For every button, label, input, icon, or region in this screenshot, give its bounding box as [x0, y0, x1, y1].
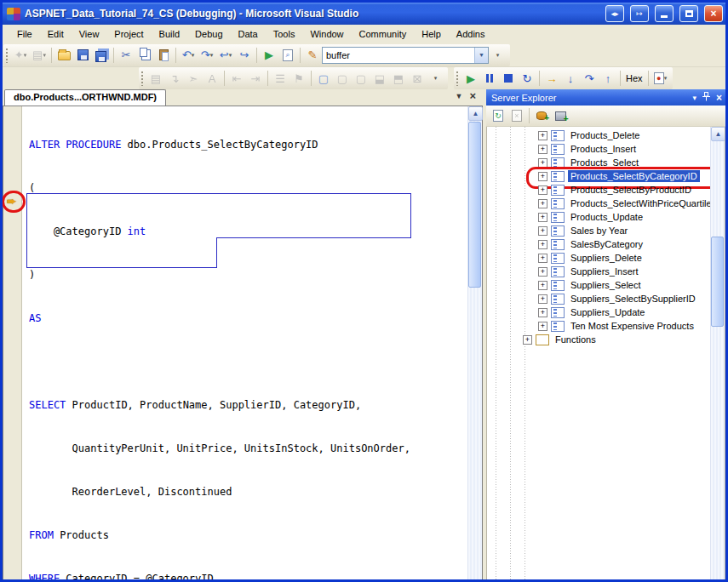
title-bar[interactable]: ASPNET_Data_Tutorial_74_CS (Debugging) -…	[3, 3, 725, 25]
next-bookmark-button[interactable]: ▢	[352, 69, 370, 88]
close-button[interactable]: ×	[704, 5, 723, 22]
scrollbar-track[interactable]	[468, 121, 482, 582]
server-explorer-tree[interactable]: + Products_Delete + Products_Insert + Pr…	[487, 127, 710, 582]
expand-plus-icon[interactable]: +	[538, 158, 547, 168]
break-all-button[interactable]	[480, 69, 499, 88]
menu-item[interactable]: File	[9, 27, 40, 41]
expand-plus-icon[interactable]: +	[538, 199, 547, 208]
menu-item[interactable]: Community	[352, 27, 415, 41]
tree-item[interactable]: + Suppliers_Update	[487, 305, 710, 319]
expand-plus-icon[interactable]: +	[538, 240, 547, 249]
tree-item[interactable]: + Products_Delete	[487, 128, 710, 142]
paste-button[interactable]	[154, 46, 173, 65]
tree-item[interactable]: + Ten Most Expensive Products	[487, 319, 710, 333]
tree-item[interactable]: + SalesByCategory	[487, 237, 710, 251]
toolbar-options-button[interactable]: ▾	[489, 46, 507, 65]
redo-button[interactable]: ↷▾	[198, 46, 216, 65]
continue-button[interactable]: ▶	[461, 69, 480, 88]
step-over-button[interactable]: ↷	[580, 69, 599, 88]
connect-to-database-button[interactable]: +	[532, 106, 551, 125]
save-all-button[interactable]	[92, 46, 111, 65]
cut-button[interactable]: ✂	[117, 46, 135, 65]
open-file-button[interactable]	[54, 46, 73, 65]
tree-vertical-scrollbar[interactable]: ▲ ▼	[710, 127, 725, 582]
menu-item[interactable]: Window	[302, 27, 351, 41]
editor-indicator-margin[interactable]	[3, 106, 22, 582]
tree-item[interactable]: + Suppliers_Select	[487, 278, 710, 292]
expand-plus-icon[interactable]: +	[538, 254, 547, 263]
tree-item[interactable]: + Products_Update	[487, 210, 710, 224]
scrollbar-track[interactable]	[711, 141, 725, 582]
find-symbol-button[interactable]: ✎	[303, 46, 322, 65]
server-explorer-title-bar[interactable]: Server Explorer ▾ ×	[486, 89, 725, 106]
expand-plus-icon[interactable]: +	[538, 226, 547, 236]
scrollbar-thumb[interactable]	[468, 122, 481, 288]
toggle-bookmark-button[interactable]: ▢	[314, 69, 333, 88]
find-input[interactable]	[323, 50, 474, 60]
toolbar-grip[interactable]	[140, 71, 144, 86]
undo-button[interactable]: ↶▾	[179, 46, 198, 65]
tree-item[interactable]: + Suppliers_Delete	[487, 251, 710, 265]
tree-item[interactable]: + Functions	[487, 333, 710, 346]
uncomment-lines-button[interactable]: ⚑	[289, 69, 308, 88]
copy-button[interactable]	[135, 46, 154, 65]
tree-item[interactable]: + Products_SelectByCategoryID	[487, 169, 710, 183]
tree-item[interactable]: + Products_Insert	[487, 142, 710, 156]
scroll-up-button[interactable]: ▲	[711, 127, 725, 141]
minimize-button[interactable]	[655, 5, 674, 22]
menu-item[interactable]: Project	[106, 27, 151, 41]
stop-debugging-button[interactable]	[499, 69, 518, 88]
scrollbar-thumb[interactable]	[711, 237, 724, 327]
expand-plus-icon[interactable]: +	[538, 145, 547, 154]
menu-item[interactable]: View	[72, 27, 107, 41]
code-text-area[interactable]: ALTER PROCEDURE dbo.Products_SelectByCat…	[22, 106, 467, 582]
clear-bookmarks-button[interactable]: ⊠	[408, 69, 427, 88]
display-member-list-button[interactable]: ▤	[146, 69, 165, 88]
window-position-dropdown-button[interactable]: ▾	[692, 94, 696, 102]
refresh-button[interactable]: ↻	[489, 106, 507, 125]
scroll-up-button[interactable]: ▲	[468, 106, 483, 121]
expand-plus-icon[interactable]: +	[538, 308, 547, 317]
expand-plus-icon[interactable]: +	[538, 172, 547, 181]
expand-plus-icon[interactable]: +	[538, 322, 547, 331]
navigate-backward-button[interactable]: ↩▾	[216, 46, 235, 65]
menu-item[interactable]: Build	[152, 27, 187, 41]
restart-button[interactable]: ↻	[518, 69, 536, 88]
tree-item[interactable]: + Products_Select	[487, 156, 710, 169]
breakpoints-window-button[interactable]: ●▾	[651, 69, 670, 88]
menu-item[interactable]: Addins	[449, 27, 493, 41]
expand-plus-icon[interactable]: +	[538, 185, 547, 195]
tree-item[interactable]: + Suppliers_SelectBySupplierID	[487, 292, 710, 305]
close-panel-button[interactable]: ×	[716, 92, 722, 104]
expand-plus-icon[interactable]: +	[538, 267, 547, 277]
tree-item[interactable]: + Sales by Year	[487, 224, 710, 237]
expand-plus-icon[interactable]: +	[538, 281, 547, 290]
close-document-button[interactable]: ×	[469, 89, 476, 102]
tree-item[interactable]: + Products_SelectWithPriceQuartile	[487, 197, 710, 210]
navigate-forward-button[interactable]: ↪	[235, 46, 254, 65]
show-next-statement-button[interactable]: →	[542, 69, 561, 88]
hex-toggle-button[interactable]: Hex	[623, 69, 645, 88]
stop-refresh-button[interactable]: ×	[507, 106, 526, 125]
decrease-indent-button[interactable]: ⇤	[227, 69, 246, 88]
step-out-button[interactable]: ↑	[599, 69, 617, 88]
parameter-info-button[interactable]: ↴	[165, 69, 184, 88]
expand-plus-icon[interactable]: +	[538, 131, 547, 140]
active-files-dropdown-button[interactable]: ▼	[455, 92, 462, 100]
menu-item[interactable]: Data	[231, 27, 266, 41]
new-website-button[interactable]: ✦▾	[11, 46, 30, 65]
save-button[interactable]	[73, 46, 92, 65]
menu-item[interactable]: Help	[414, 27, 449, 41]
toolbar-grip[interactable]	[456, 71, 459, 86]
tree-item[interactable]: + Suppliers_Insert	[487, 265, 710, 278]
start-debugging-button[interactable]: ▶	[260, 46, 278, 65]
toolbar-options-button[interactable]: ▾	[427, 69, 445, 88]
find-in-files-button[interactable]: ⌕	[278, 46, 297, 65]
connect-to-server-button[interactable]: +	[551, 106, 570, 125]
expand-plus-icon[interactable]: +	[538, 213, 547, 222]
find-combo-dropdown-button[interactable]: ▼	[474, 48, 488, 63]
pane-navigate-button[interactable]: ◂▸	[605, 5, 624, 22]
expand-plus-icon[interactable]: +	[523, 335, 532, 345]
bookmark-folder-prev-button[interactable]: ⬓	[370, 69, 389, 88]
add-new-item-button[interactable]: ▤▾	[30, 46, 49, 65]
